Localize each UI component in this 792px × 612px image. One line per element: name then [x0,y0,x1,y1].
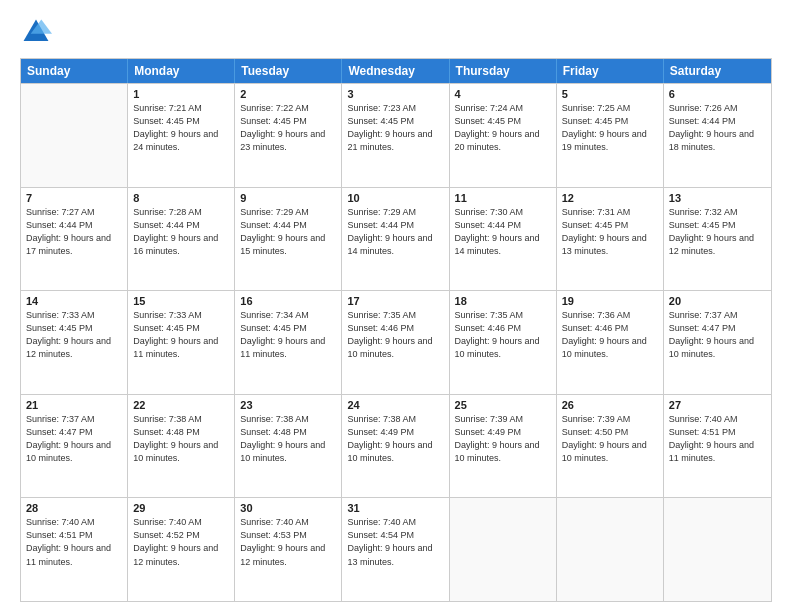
cell-info: Sunrise: 7:40 AM [133,516,229,529]
day-number: 30 [240,502,336,514]
cell-info: Sunset: 4:50 PM [562,426,658,439]
cell-info: Sunrise: 7:40 AM [26,516,122,529]
cell-info: Sunrise: 7:22 AM [240,102,336,115]
cell-info: Sunrise: 7:37 AM [669,309,766,322]
cell-info: Daylight: 9 hours and 16 minutes. [133,232,229,258]
cal-cell: 5Sunrise: 7:25 AMSunset: 4:45 PMDaylight… [557,84,664,187]
cell-info: Daylight: 9 hours and 11 minutes. [26,542,122,568]
cal-cell: 9Sunrise: 7:29 AMSunset: 4:44 PMDaylight… [235,188,342,291]
day-number: 3 [347,88,443,100]
cell-info: Sunset: 4:44 PM [455,219,551,232]
cell-info: Daylight: 9 hours and 14 minutes. [347,232,443,258]
cell-info: Sunrise: 7:25 AM [562,102,658,115]
cal-cell [450,498,557,601]
header-day-wednesday: Wednesday [342,59,449,83]
cell-info: Sunrise: 7:36 AM [562,309,658,322]
cell-info: Sunset: 4:45 PM [133,115,229,128]
cell-info: Sunset: 4:49 PM [347,426,443,439]
cal-cell: 19Sunrise: 7:36 AMSunset: 4:46 PMDayligh… [557,291,664,394]
cell-info: Sunset: 4:45 PM [455,115,551,128]
day-number: 24 [347,399,443,411]
day-number: 20 [669,295,766,307]
cell-info: Sunrise: 7:40 AM [669,413,766,426]
cell-info: Daylight: 9 hours and 10 minutes. [562,439,658,465]
cell-info: Sunset: 4:51 PM [26,529,122,542]
cell-info: Daylight: 9 hours and 12 minutes. [133,542,229,568]
cell-info: Sunset: 4:45 PM [347,115,443,128]
day-number: 2 [240,88,336,100]
cell-info: Daylight: 9 hours and 20 minutes. [455,128,551,154]
cell-info: Sunrise: 7:40 AM [347,516,443,529]
cal-cell: 25Sunrise: 7:39 AMSunset: 4:49 PMDayligh… [450,395,557,498]
page: SundayMondayTuesdayWednesdayThursdayFrid… [0,0,792,612]
day-number: 7 [26,192,122,204]
day-number: 21 [26,399,122,411]
cell-info: Daylight: 9 hours and 21 minutes. [347,128,443,154]
header-day-tuesday: Tuesday [235,59,342,83]
cell-info: Sunrise: 7:31 AM [562,206,658,219]
cell-info: Sunset: 4:48 PM [133,426,229,439]
cal-cell: 14Sunrise: 7:33 AMSunset: 4:45 PMDayligh… [21,291,128,394]
cal-cell: 17Sunrise: 7:35 AMSunset: 4:46 PMDayligh… [342,291,449,394]
cal-cell: 3Sunrise: 7:23 AMSunset: 4:45 PMDaylight… [342,84,449,187]
cell-info: Daylight: 9 hours and 10 minutes. [455,439,551,465]
cal-cell: 21Sunrise: 7:37 AMSunset: 4:47 PMDayligh… [21,395,128,498]
cal-cell: 29Sunrise: 7:40 AMSunset: 4:52 PMDayligh… [128,498,235,601]
cal-cell: 15Sunrise: 7:33 AMSunset: 4:45 PMDayligh… [128,291,235,394]
calendar-body: 1Sunrise: 7:21 AMSunset: 4:45 PMDaylight… [21,83,771,601]
cal-cell: 2Sunrise: 7:22 AMSunset: 4:45 PMDaylight… [235,84,342,187]
header [20,16,772,48]
day-number: 12 [562,192,658,204]
cell-info: Sunset: 4:45 PM [26,322,122,335]
week-row-0: 1Sunrise: 7:21 AMSunset: 4:45 PMDaylight… [21,83,771,187]
week-row-4: 28Sunrise: 7:40 AMSunset: 4:51 PMDayligh… [21,497,771,601]
cell-info: Sunset: 4:44 PM [669,115,766,128]
cell-info: Daylight: 9 hours and 15 minutes. [240,232,336,258]
logo-icon [20,16,52,48]
cal-cell: 31Sunrise: 7:40 AMSunset: 4:54 PMDayligh… [342,498,449,601]
cell-info: Sunrise: 7:35 AM [347,309,443,322]
cal-cell [21,84,128,187]
cell-info: Sunrise: 7:38 AM [347,413,443,426]
cell-info: Sunrise: 7:33 AM [26,309,122,322]
cell-info: Sunrise: 7:28 AM [133,206,229,219]
cell-info: Daylight: 9 hours and 18 minutes. [669,128,766,154]
week-row-1: 7Sunrise: 7:27 AMSunset: 4:44 PMDaylight… [21,187,771,291]
cell-info: Daylight: 9 hours and 14 minutes. [455,232,551,258]
cal-cell: 24Sunrise: 7:38 AMSunset: 4:49 PMDayligh… [342,395,449,498]
cell-info: Sunset: 4:45 PM [562,115,658,128]
cell-info: Sunrise: 7:24 AM [455,102,551,115]
cell-info: Sunrise: 7:29 AM [240,206,336,219]
cell-info: Daylight: 9 hours and 10 minutes. [669,335,766,361]
cell-info: Daylight: 9 hours and 10 minutes. [455,335,551,361]
cell-info: Sunrise: 7:29 AM [347,206,443,219]
cal-cell: 28Sunrise: 7:40 AMSunset: 4:51 PMDayligh… [21,498,128,601]
cell-info: Sunset: 4:48 PM [240,426,336,439]
week-row-2: 14Sunrise: 7:33 AMSunset: 4:45 PMDayligh… [21,290,771,394]
cell-info: Daylight: 9 hours and 12 minutes. [26,335,122,361]
day-number: 10 [347,192,443,204]
cal-cell: 18Sunrise: 7:35 AMSunset: 4:46 PMDayligh… [450,291,557,394]
day-number: 26 [562,399,658,411]
day-number: 27 [669,399,766,411]
day-number: 29 [133,502,229,514]
header-day-saturday: Saturday [664,59,771,83]
cell-info: Daylight: 9 hours and 19 minutes. [562,128,658,154]
cell-info: Sunset: 4:52 PM [133,529,229,542]
cell-info: Sunset: 4:45 PM [669,219,766,232]
cell-info: Sunset: 4:44 PM [347,219,443,232]
cell-info: Sunrise: 7:23 AM [347,102,443,115]
cell-info: Sunrise: 7:21 AM [133,102,229,115]
cell-info: Sunrise: 7:38 AM [133,413,229,426]
day-number: 18 [455,295,551,307]
cell-info: Daylight: 9 hours and 10 minutes. [240,439,336,465]
day-number: 17 [347,295,443,307]
cell-info: Sunrise: 7:39 AM [562,413,658,426]
cell-info: Daylight: 9 hours and 23 minutes. [240,128,336,154]
day-number: 19 [562,295,658,307]
cell-info: Daylight: 9 hours and 10 minutes. [562,335,658,361]
cell-info: Sunset: 4:44 PM [240,219,336,232]
cell-info: Daylight: 9 hours and 12 minutes. [240,542,336,568]
cal-cell: 4Sunrise: 7:24 AMSunset: 4:45 PMDaylight… [450,84,557,187]
cell-info: Sunset: 4:45 PM [240,322,336,335]
